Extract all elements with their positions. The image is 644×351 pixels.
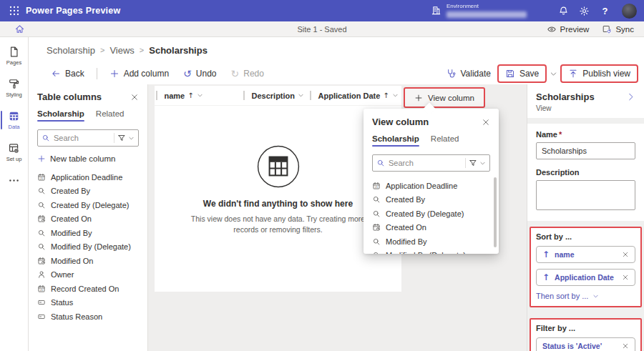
nav-item-label: Set up — [6, 156, 22, 162]
sync-icon — [602, 24, 612, 34]
chevron-down-icon[interactable] — [128, 135, 135, 142]
nav-item[interactable] — [0, 172, 29, 191]
left-nav-rail: Pages Styling Data Set up — [0, 37, 29, 351]
then-sort-by-button[interactable]: Then sort by ... — [536, 292, 635, 300]
column-list-item[interactable]: Created By — [37, 184, 139, 199]
preview-button[interactable]: Preview — [547, 24, 590, 34]
sort-ascending-icon: ↑ — [542, 250, 550, 259]
filter-chip[interactable]: Status is 'Active' — [536, 337, 635, 351]
column-list-item[interactable]: Owner — [37, 268, 139, 282]
redo-button[interactable]: ↻ Redo — [224, 66, 270, 81]
popup-column-item[interactable]: Created On — [372, 221, 490, 235]
filter-funnel-icon[interactable] — [117, 134, 126, 142]
chevron-down-icon — [298, 92, 304, 99]
chevron-right-icon[interactable] — [626, 92, 635, 102]
column-edge — [243, 91, 245, 100]
redo-icon: ↻ — [230, 69, 239, 79]
more-icon — [8, 174, 20, 187]
back-button[interactable]: Back — [44, 66, 91, 81]
filter-chip-label: Status is 'Active' — [542, 342, 617, 350]
plus-icon — [37, 154, 46, 163]
column-list-item[interactable]: Modified On — [37, 254, 139, 268]
column-label: Modified By (Delegate) — [51, 242, 131, 251]
user-avatar[interactable] — [622, 4, 637, 19]
calendar-clock-icon — [37, 257, 46, 265]
nav-item-label: Styling — [6, 92, 22, 98]
nav-item[interactable]: Pages — [0, 43, 29, 69]
view-canvas: name ↑ Description ↑ — [148, 84, 527, 351]
remove-sort-icon[interactable] — [622, 274, 629, 281]
description-field[interactable] — [536, 180, 635, 210]
add-column-label: Add column — [124, 69, 169, 79]
environment-picker[interactable]: Environment — [431, 4, 527, 18]
validate-button[interactable]: Validate — [439, 66, 497, 81]
column-edge — [156, 91, 157, 100]
column-list-item[interactable]: 21 Record Created On — [37, 282, 139, 296]
close-icon[interactable] — [130, 93, 139, 102]
nav-item[interactable]: Styling — [0, 75, 29, 101]
help-icon[interactable]: ? — [600, 6, 610, 16]
tab-scholarship[interactable]: Scholarship — [37, 109, 84, 122]
chevron-down-icon — [550, 70, 557, 78]
sort-by-section: Sort by ... ↑ name ↑ Appli — [530, 227, 642, 307]
save-icon — [505, 69, 515, 79]
settings-gear-icon[interactable] — [579, 6, 590, 16]
popup-search-input[interactable] — [389, 159, 462, 167]
environment-name-blurred — [447, 11, 527, 18]
column-list-item[interactable]: Modified By (Delegate) — [37, 240, 139, 254]
column-list-item[interactable]: Created On — [37, 212, 139, 227]
column-list-item[interactable]: Status — [37, 296, 139, 310]
site-bar: Site 1 - Saved Preview Sync — [0, 21, 644, 37]
popup-column-item[interactable]: 21 Application Deadline — [372, 179, 490, 193]
back-arrow-icon — [51, 69, 61, 79]
popup-tab-scholarship[interactable]: Scholarship — [372, 134, 419, 147]
search-input[interactable] — [54, 134, 111, 142]
save-label: Save — [519, 69, 539, 79]
save-split-chevron[interactable] — [547, 67, 560, 81]
pages-icon — [8, 46, 20, 58]
grid-column-header[interactable]: Application Date ↑ — [308, 86, 401, 105]
tab-related[interactable]: Related — [96, 109, 125, 122]
new-table-column-button[interactable]: New table column — [37, 154, 139, 163]
breadcrumb-table[interactable]: Scholarship — [47, 45, 95, 56]
popup-tab-related[interactable]: Related — [431, 134, 459, 147]
column-list-item[interactable]: 21 Application Deadline — [37, 170, 139, 184]
nav-item[interactable]: Set up — [0, 139, 29, 165]
remove-sort-icon[interactable] — [622, 251, 629, 258]
sort-chip[interactable]: ↑ Application Date — [536, 269, 635, 286]
chevron-down-icon[interactable] — [479, 160, 486, 167]
filter-funnel-icon[interactable] — [469, 159, 477, 167]
name-field-label: Name* — [536, 130, 635, 139]
column-list: 21 Application Deadline Created By Creat… — [37, 170, 139, 324]
popup-column-item[interactable]: Modified By (Delegate) — [372, 249, 490, 254]
popup-scrollbar[interactable] — [494, 177, 497, 247]
column-list-item[interactable]: Status Reason — [37, 310, 139, 324]
undo-icon: ↺ — [183, 69, 192, 79]
nav-item[interactable]: Data — [0, 107, 29, 133]
popup-column-item[interactable]: Created By (Delegate) — [372, 207, 490, 221]
column-list-item[interactable]: Created By (Delegate) — [37, 198, 139, 212]
home-icon[interactable] — [14, 24, 25, 34]
app-launcher-icon[interactable] — [9, 5, 20, 16]
environment-icon — [431, 5, 441, 16]
notifications-icon[interactable] — [558, 6, 569, 16]
grid-column-header[interactable]: Description ↑ — [242, 86, 308, 105]
popup-column-item[interactable]: Created By — [372, 193, 490, 207]
close-icon[interactable] — [482, 118, 490, 127]
plus-icon — [109, 69, 119, 79]
name-field[interactable] — [536, 142, 635, 159]
breadcrumb-views[interactable]: Views — [109, 45, 134, 56]
column-label: Status — [51, 298, 73, 307]
calendar-clock-icon — [37, 214, 46, 223]
sort-chip[interactable]: ↑ name — [536, 246, 635, 263]
view-column-button[interactable]: View column — [405, 89, 484, 107]
remove-filter-icon[interactable] — [622, 342, 629, 350]
undo-button[interactable]: ↺ Undo — [177, 66, 223, 81]
publish-view-button[interactable]: Publish view — [562, 66, 637, 81]
sync-button[interactable]: Sync — [602, 24, 634, 34]
column-list-item[interactable]: Modified By — [37, 226, 139, 240]
grid-column-header[interactable]: name ↑ — [155, 86, 242, 105]
add-column-button[interactable]: Add column — [103, 66, 175, 81]
popup-column-item[interactable]: Modified By — [372, 234, 490, 249]
save-button[interactable]: Save — [499, 66, 545, 81]
